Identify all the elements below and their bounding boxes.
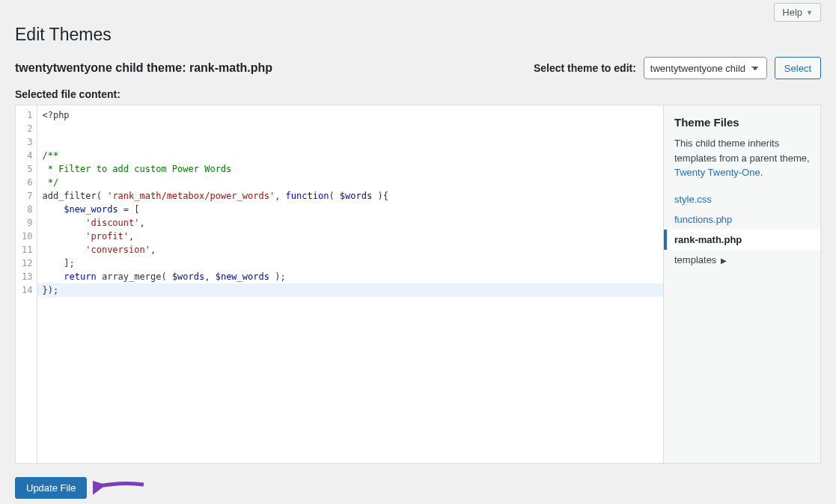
file-link[interactable]: style.css [674, 194, 712, 205]
code-line[interactable]: 'conversion', [42, 243, 659, 256]
file-item[interactable]: functions.php [664, 209, 820, 230]
line-number: 12 [22, 256, 32, 270]
code-editor[interactable]: 1234567891011121314 <?php /** * Filter t… [15, 105, 664, 464]
chevron-down-icon: ▼ [806, 9, 813, 16]
file-list: style.cssfunctions.phprank-math.phptempl… [664, 189, 820, 270]
code-line[interactable]: 'discount', [42, 216, 659, 230]
code-line[interactable]: 'profit', [42, 230, 659, 243]
chevron-right-icon: ▶ [721, 256, 727, 265]
folder-item[interactable]: templates ▶ [664, 250, 820, 270]
theme-files-sidebar: Theme Files This child theme inherits te… [664, 105, 821, 464]
code-line[interactable] [42, 122, 659, 135]
help-button[interactable]: Help ▼ [774, 3, 821, 22]
line-number: 13 [22, 270, 32, 283]
line-number: 2 [22, 122, 32, 135]
code-line[interactable]: */ [42, 176, 659, 189]
code-line[interactable]: * Filter to add custom Power Words [42, 162, 659, 176]
code-line[interactable]: /** [42, 149, 659, 162]
help-label: Help [782, 7, 802, 18]
parent-theme-link[interactable]: Twenty Twenty-One [674, 167, 760, 178]
file-link[interactable]: functions.php [674, 214, 732, 225]
code-line[interactable]: $new_words = [ [42, 203, 659, 216]
line-number: 14 [22, 283, 32, 297]
file-item[interactable]: rank-math.php [664, 230, 820, 250]
sidebar-description: This child theme inherits templates from… [664, 136, 820, 189]
line-gutter: 1234567891011121314 [16, 105, 37, 463]
update-file-button[interactable]: Update File [15, 477, 87, 499]
file-item[interactable]: style.css [664, 189, 820, 209]
arrow-annotation-icon [93, 476, 145, 500]
code-line[interactable]: }); [37, 283, 663, 297]
line-number: 7 [22, 189, 32, 203]
select-button[interactable]: Select [775, 57, 821, 79]
code-line[interactable]: return array_merge( $words, $new_words )… [42, 270, 659, 283]
code-line[interactable] [42, 135, 659, 149]
line-number: 11 [22, 243, 32, 256]
line-number: 10 [22, 230, 32, 243]
line-number: 6 [22, 176, 32, 189]
line-number: 8 [22, 203, 32, 216]
line-number: 5 [22, 162, 32, 176]
line-number: 9 [22, 216, 32, 230]
line-number: 4 [22, 149, 32, 162]
code-line[interactable]: add_filter( 'rank_math/metabox/power_wor… [42, 189, 659, 203]
sidebar-heading: Theme Files [664, 116, 820, 136]
code-line[interactable]: ]; [42, 256, 659, 270]
line-number: 1 [22, 108, 32, 122]
selected-file-label: Selected file content: [15, 88, 821, 100]
page-title: Edit Themes [15, 25, 821, 45]
code-area[interactable]: <?php /** * Filter to add custom Power W… [37, 105, 663, 463]
file-heading: twentytwentyone child theme: rank-math.p… [15, 61, 526, 75]
theme-select-label: Select theme to edit: [534, 62, 636, 74]
code-line[interactable]: <?php [42, 108, 659, 122]
line-number: 3 [22, 135, 32, 149]
theme-select[interactable]: twentytwentyone child [644, 57, 767, 79]
